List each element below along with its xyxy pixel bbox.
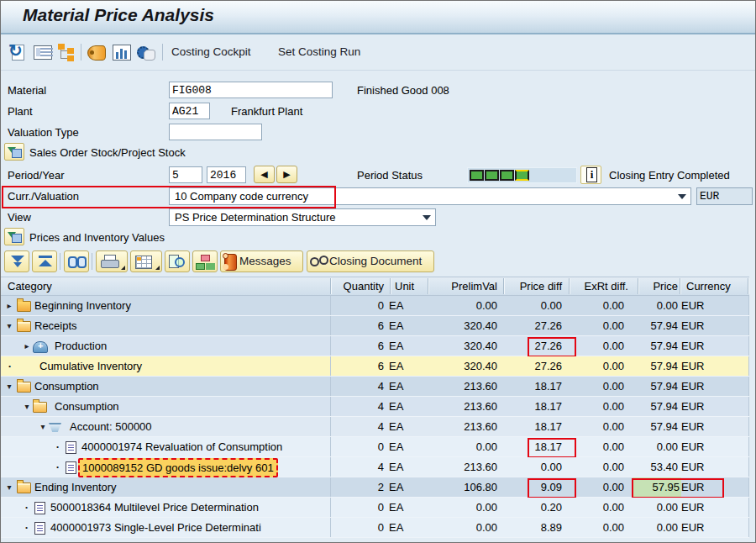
quantity-cell: 4 [330,417,384,436]
column-header-category[interactable]: Category [8,280,52,293]
menu-corner-icon [155,266,160,270]
production-icon [33,341,48,353]
exrtdiff-cell: 0.00 [569,417,624,436]
table-row[interactable]: Production 6 EA 320.40 27.26 0.00 57.94 … [1,336,749,356]
category-cell: Production [1,336,330,356]
table-row[interactable]: Ending Inventory 2 EA 106.80 9.09 0.00 5… [1,477,749,498]
print-button[interactable] [96,250,128,272]
unit-cell: EA [389,457,423,477]
column-header-price[interactable]: Price [639,280,678,293]
leaf-dot-icon [5,356,15,376]
column-header-quantity[interactable]: Quantity [330,280,384,293]
refresh-icon[interactable] [8,43,28,61]
leaf-dot-icon [22,518,32,537]
grab-hand-gear-icon[interactable] [135,43,155,61]
column-header-unit[interactable]: Unit [395,280,414,293]
table-row[interactable]: 5000018364 Multilevel Price Determinatio… [1,498,749,518]
category-cell: Consumption [1,397,330,417]
category-label: 4000001974 Revaluation of Consumption [81,437,282,456]
hierarchy-icon[interactable] [56,43,76,61]
folder-open-icon [33,402,47,413]
column-header-currency[interactable]: Currency [686,280,731,293]
material-input[interactable] [169,82,333,98]
table-row[interactable]: Beginning Inventory 0 EA 0.00 0.00 0.00 … [1,296,749,316]
category-cell: Account: 500000 [1,417,330,437]
exrtdiff-cell: 0.00 [569,356,624,376]
view-value: PS Price Determination Structure [175,211,335,224]
table-row[interactable]: Account: 500000 4 EA 213.60 18.17 0.00 5… [1,417,749,437]
expand-toggle-icon[interactable] [22,336,32,356]
detail-list-icon[interactable] [33,43,53,61]
unit-cell: EA [389,518,423,537]
category-cell: 4000001973 Single-Level Price Determinat… [1,518,330,538]
table-row[interactable]: Receipts 6 EA 320.40 27.26 0.00 57.94 EU… [1,316,749,336]
category-label: Ending Inventory [34,477,117,497]
category-cell: Ending Inventory [1,477,330,498]
category-label: 5000018364 Multilevel Price Determinatio… [50,498,259,517]
expand-toggle-icon[interactable] [4,296,14,315]
category-label: Consumption [34,377,99,396]
period-month-input[interactable] [169,166,202,183]
currency-cell: EUR [681,316,747,335]
collapse-toggle-icon[interactable] [4,377,14,396]
price-cell: 57.94 [639,336,678,356]
column-header-exrtdiff[interactable]: ExRt diff. [569,280,628,293]
collapse-toggle-icon[interactable] [4,477,14,497]
valuation-type-input[interactable] [169,124,262,140]
pricediff-cell: 0.00 [503,457,562,477]
category-label: Beginning Inventory [34,296,131,315]
inventory-filter-icon[interactable] [4,228,24,245]
expand-all-button[interactable] [4,250,29,272]
drum-icon[interactable] [87,43,107,61]
column-chart-icon[interactable] [112,43,132,61]
sales-order-filter-icon[interactable] [4,143,24,161]
previous-period-button[interactable]: ◀ [254,166,275,183]
unit-cell: EA [389,356,423,376]
unit-cell: EA [389,498,423,517]
collapse-toggle-icon[interactable] [4,316,14,335]
export-grid-button[interactable] [130,250,162,272]
prelimval-cell: 0.00 [428,437,497,456]
plant-input[interactable] [169,103,210,119]
view-select[interactable]: PS Price Determination Structure [169,208,436,226]
status-segment-current [515,170,529,181]
column-header-prelimval[interactable]: PrelimVal [428,280,497,293]
unit-cell: EA [389,417,423,436]
title-bar: Material Price Analysis [1,1,755,34]
exrtdiff-cell: 0.00 [569,377,624,396]
pricediff-cell: 27.26 [503,316,562,335]
currency-cell: EUR [681,518,747,537]
prelimval-cell: 213.60 [428,457,497,477]
category-cell: 1000089152 GD goods issue:delvy 601 [1,457,330,477]
column-header-pricediff[interactable]: Price diff [503,280,562,293]
prelimval-cell: 213.60 [428,417,497,436]
table-row[interactable]: Consumption 4 EA 213.60 18.17 0.00 57.94… [1,377,749,397]
unit-cell: EA [389,437,423,456]
collapse-toggle-icon[interactable] [22,397,32,416]
currency-cell: EUR [681,437,747,456]
collapse-toggle-icon[interactable] [38,417,48,436]
detail-display-button[interactable] [165,250,190,272]
inventory-section-title: Prices and Inventory Values [29,231,165,244]
org-hierarchy-button[interactable] [192,250,218,272]
table-row[interactable]: Cumulative Inventory 6 EA 320.40 27.26 0… [1,356,749,377]
quantity-cell: 4 [330,457,384,477]
unit-cell: EA [389,397,423,416]
currency-cell: EUR [681,417,747,436]
collapse-all-button[interactable] [32,250,57,272]
table-row[interactable]: 4000001973 Single-Level Price Determinat… [1,518,749,538]
messages-button[interactable]: Messages [220,250,303,272]
closing-document-button[interactable]: Closing Document [307,250,434,272]
find-button[interactable] [64,250,89,272]
info-icon[interactable] [580,166,601,184]
table-row[interactable]: 4000001974 Revaluation of Consumption 0 … [1,437,749,457]
quantity-cell: 0 [330,498,384,517]
price-cell: 57.94 [639,316,678,335]
prelimval-cell: 320.40 [428,316,497,335]
costing-cockpit-button[interactable]: Costing Cockpit [171,45,251,58]
table-row[interactable]: Consumption 4 EA 213.60 18.17 0.00 57.94… [1,397,749,417]
next-period-button[interactable]: ▶ [276,166,297,183]
set-costing-run-button[interactable]: Set Costing Run [278,45,360,58]
period-year-input[interactable] [207,166,246,183]
table-row[interactable]: 1000089152 GD goods issue:delvy 601 4 EA… [1,457,749,477]
